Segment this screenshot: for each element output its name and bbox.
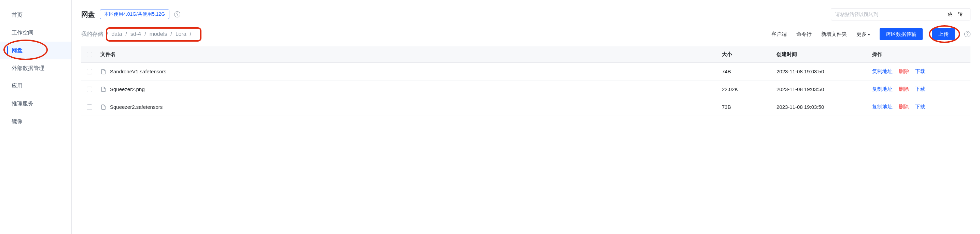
sidebar-item-inference[interactable]: 推理服务 xyxy=(0,95,72,112)
breadcrumb-segment[interactable]: sd-4 xyxy=(130,31,141,37)
sidebar-item-home[interactable]: 首页 xyxy=(0,6,72,24)
sidebar-item-disk[interactable]: 网盘 xyxy=(0,42,72,59)
sidebar-item-apps[interactable]: 应用 xyxy=(0,77,72,95)
cross-region-transfer-button[interactable]: 跨区数据传输 xyxy=(880,28,923,40)
col-name: 文件名 xyxy=(100,51,722,58)
breadcrumb-segment[interactable]: Lora xyxy=(175,31,186,37)
path-separator-icon: / xyxy=(170,31,172,37)
col-size: 大小 xyxy=(722,51,776,58)
table-header: 文件名 大小 创建时间 操作 xyxy=(81,46,970,63)
delete-action[interactable]: 删除 xyxy=(899,104,909,110)
toolbar-more-label: 更多 xyxy=(856,31,867,37)
path-separator-icon: / xyxy=(145,31,146,37)
delete-action[interactable]: 删除 xyxy=(899,68,909,75)
usage-badge: 本区使用4.01G/共使用5.12G xyxy=(100,9,169,19)
file-created: 2023-11-08 19:03:50 xyxy=(776,68,872,74)
help-icon[interactable]: ? xyxy=(964,31,970,37)
sidebar-item-mirror[interactable]: 镜像 xyxy=(0,112,72,130)
row-checkbox[interactable] xyxy=(87,69,92,74)
table-row: Squeezer2.png 22.02K 2023-11-08 19:03:50… xyxy=(81,81,970,98)
file-table: 文件名 大小 创建时间 操作 SandroneV1.safetensors 74… xyxy=(81,46,970,116)
path-separator-icon: / xyxy=(107,31,108,37)
toolbar-row: 我的存储 / data / sd-4 / models / Lora / 客户端… xyxy=(81,28,970,40)
sidebar-item-external-data[interactable]: 外部数据管理 xyxy=(0,59,72,77)
upload-button[interactable]: 上传 xyxy=(932,28,955,40)
main-content: 网盘 本区使用4.01G/共使用5.12G ? 跳 转 我的存储 / data … xyxy=(72,0,980,234)
toolbar-cli-link[interactable]: 命令行 xyxy=(796,31,812,38)
file-name[interactable]: Squeezer2.safetensors xyxy=(110,104,162,110)
sidebar-item-label: 网盘 xyxy=(12,47,22,54)
file-name[interactable]: SandroneV1.safetensors xyxy=(110,68,166,74)
download-action[interactable]: 下载 xyxy=(915,86,925,92)
file-size: 74B xyxy=(722,68,776,74)
sidebar-item-label: 首页 xyxy=(12,12,22,19)
breadcrumb-segment[interactable]: data xyxy=(111,31,122,37)
toolbar-more-dropdown[interactable]: 更多▾ xyxy=(856,31,870,38)
copy-url-action[interactable]: 复制地址 xyxy=(872,68,892,75)
toolbar-newfolder-link[interactable]: 新增文件夹 xyxy=(821,31,847,38)
sidebar-item-label: 镜像 xyxy=(12,118,22,125)
col-created: 创建时间 xyxy=(776,51,872,58)
path-separator-icon: / xyxy=(126,31,127,37)
file-icon xyxy=(100,68,107,75)
row-checkbox[interactable] xyxy=(87,104,92,110)
jump-button[interactable]: 跳 转 xyxy=(940,8,970,21)
col-ops: 操作 xyxy=(872,51,968,58)
toolbar: 客户端 命令行 新增文件夹 更多▾ 跨区数据传输 上传 ? xyxy=(772,28,970,40)
delete-action[interactable]: 删除 xyxy=(899,86,909,92)
file-created: 2023-11-08 19:03:50 xyxy=(776,104,872,110)
file-icon xyxy=(100,104,107,110)
sidebar: 首页 工作空间 网盘 外部数据管理 应用 推理服务 镜像 xyxy=(0,0,72,234)
table-row: Squeezer2.safetensors 73B 2023-11-08 19:… xyxy=(81,98,970,116)
file-created: 2023-11-08 19:03:50 xyxy=(776,86,872,92)
page-title: 网盘 xyxy=(81,10,95,19)
copy-url-action[interactable]: 复制地址 xyxy=(872,104,892,110)
sidebar-item-workspace[interactable]: 工作空间 xyxy=(0,24,72,42)
file-name[interactable]: Squeezer2.png xyxy=(110,86,145,92)
breadcrumb: 我的存储 / data / sd-4 / models / Lora / xyxy=(81,31,193,38)
select-all-checkbox[interactable] xyxy=(87,52,92,57)
breadcrumb-root[interactable]: 我的存储 xyxy=(81,31,103,38)
table-row: SandroneV1.safetensors 74B 2023-11-08 19… xyxy=(81,63,970,81)
jump-path-input[interactable] xyxy=(831,8,940,21)
help-icon[interactable]: ? xyxy=(174,11,180,17)
file-size: 22.02K xyxy=(722,86,776,92)
breadcrumb-segment[interactable]: models xyxy=(150,31,167,37)
toolbar-client-link[interactable]: 客户端 xyxy=(772,31,787,38)
download-action[interactable]: 下载 xyxy=(915,68,925,75)
sidebar-item-label: 外部数据管理 xyxy=(12,65,45,72)
file-icon xyxy=(100,86,107,92)
path-separator-icon: / xyxy=(190,31,191,37)
chevron-down-icon: ▾ xyxy=(868,32,870,36)
copy-url-action[interactable]: 复制地址 xyxy=(872,86,892,92)
header-row: 网盘 本区使用4.01G/共使用5.12G ? 跳 转 xyxy=(81,8,970,21)
sidebar-item-label: 应用 xyxy=(12,82,22,90)
sidebar-item-label: 推理服务 xyxy=(12,100,33,108)
download-action[interactable]: 下载 xyxy=(915,104,925,110)
file-size: 73B xyxy=(722,104,776,110)
row-checkbox[interactable] xyxy=(87,87,92,92)
sidebar-item-label: 工作空间 xyxy=(12,29,33,36)
